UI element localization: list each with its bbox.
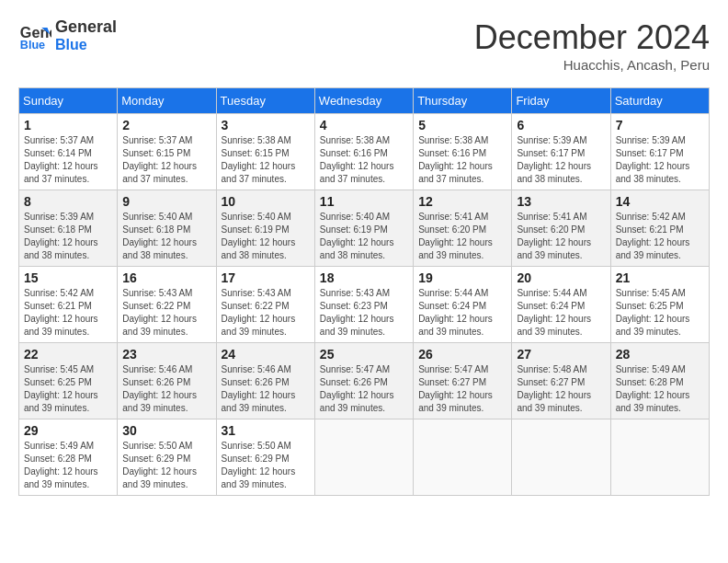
- day-detail: Sunrise: 5:46 AMSunset: 6:26 PMDaylight:…: [222, 364, 296, 413]
- day-number: 1: [24, 118, 112, 132]
- table-row: 25Sunrise: 5:47 AMSunset: 6:26 PMDayligh…: [314, 343, 413, 419]
- table-row: 3Sunrise: 5:38 AMSunset: 6:15 PMDaylight…: [216, 114, 314, 190]
- table-row: 20Sunrise: 5:44 AMSunset: 6:24 PMDayligh…: [512, 267, 610, 343]
- col-friday: Friday: [512, 88, 610, 114]
- day-number: 23: [122, 347, 210, 362]
- table-row: 4Sunrise: 5:38 AMSunset: 6:16 PMDaylight…: [314, 114, 413, 190]
- table-row: 1Sunrise: 5:37 AMSunset: 6:14 PMDaylight…: [19, 114, 118, 190]
- table-row: 12Sunrise: 5:41 AMSunset: 6:20 PMDayligh…: [414, 190, 512, 267]
- day-number: 3: [222, 118, 310, 132]
- table-row: [512, 419, 610, 496]
- day-detail: Sunrise: 5:45 AMSunset: 6:25 PMDaylight:…: [24, 364, 98, 413]
- day-detail: Sunrise: 5:47 AMSunset: 6:26 PMDaylight:…: [320, 364, 394, 413]
- day-detail: Sunrise: 5:43 AMSunset: 6:22 PMDaylight:…: [122, 288, 197, 337]
- table-row: 16Sunrise: 5:43 AMSunset: 6:22 PMDayligh…: [118, 267, 216, 343]
- table-row: 24Sunrise: 5:46 AMSunset: 6:26 PMDayligh…: [216, 343, 314, 419]
- day-number: 2: [122, 118, 210, 132]
- location-subtitle: Huacchis, Ancash, Peru: [474, 57, 710, 73]
- day-detail: Sunrise: 5:37 AMSunset: 6:15 PMDaylight:…: [122, 135, 197, 184]
- table-row: 19Sunrise: 5:44 AMSunset: 6:24 PMDayligh…: [414, 267, 512, 343]
- col-monday: Monday: [118, 88, 216, 114]
- day-number: 16: [122, 270, 210, 285]
- day-number: 12: [418, 194, 506, 209]
- page-header: General Blue General Blue December 2024 …: [18, 18, 710, 73]
- table-row: 30Sunrise: 5:50 AMSunset: 6:29 PMDayligh…: [118, 419, 216, 496]
- day-detail: Sunrise: 5:39 AMSunset: 6:17 PMDaylight:…: [517, 135, 591, 184]
- table-row: 15Sunrise: 5:42 AMSunset: 6:21 PMDayligh…: [19, 267, 118, 343]
- day-detail: Sunrise: 5:49 AMSunset: 6:28 PMDaylight:…: [24, 441, 98, 489]
- day-number: 15: [24, 270, 112, 285]
- table-row: [314, 419, 413, 496]
- day-number: 19: [418, 270, 506, 285]
- table-row: 2Sunrise: 5:37 AMSunset: 6:15 PMDaylight…: [118, 114, 216, 190]
- table-row: 6Sunrise: 5:39 AMSunset: 6:17 PMDaylight…: [512, 114, 610, 190]
- calendar-week-row: 15Sunrise: 5:42 AMSunset: 6:21 PMDayligh…: [19, 267, 710, 343]
- table-row: [414, 419, 512, 496]
- day-number: 21: [616, 270, 704, 285]
- table-row: 27Sunrise: 5:48 AMSunset: 6:27 PMDayligh…: [512, 343, 610, 419]
- table-row: 28Sunrise: 5:49 AMSunset: 6:28 PMDayligh…: [610, 343, 709, 419]
- day-number: 31: [222, 423, 310, 438]
- table-row: 5Sunrise: 5:38 AMSunset: 6:16 PMDaylight…: [414, 114, 512, 190]
- day-detail: Sunrise: 5:46 AMSunset: 6:26 PMDaylight:…: [122, 364, 197, 413]
- month-title: December 2024: [474, 18, 710, 57]
- logo-icon: General Blue: [18, 19, 51, 52]
- col-saturday: Saturday: [610, 88, 709, 114]
- table-row: 21Sunrise: 5:45 AMSunset: 6:25 PMDayligh…: [610, 267, 709, 343]
- day-detail: Sunrise: 5:44 AMSunset: 6:24 PMDaylight:…: [517, 288, 591, 337]
- day-number: 30: [122, 423, 210, 438]
- day-number: 8: [24, 194, 112, 209]
- day-number: 14: [616, 194, 704, 209]
- calendar-week-row: 29Sunrise: 5:49 AMSunset: 6:28 PMDayligh…: [19, 419, 710, 496]
- table-row: [610, 419, 709, 496]
- day-number: 6: [517, 118, 605, 132]
- day-number: 17: [222, 270, 310, 285]
- day-number: 29: [24, 423, 112, 438]
- day-detail: Sunrise: 5:50 AMSunset: 6:29 PMDaylight:…: [222, 441, 296, 489]
- calendar-week-row: 8Sunrise: 5:39 AMSunset: 6:18 PMDaylight…: [19, 190, 710, 267]
- table-row: 11Sunrise: 5:40 AMSunset: 6:19 PMDayligh…: [314, 190, 413, 267]
- table-row: 26Sunrise: 5:47 AMSunset: 6:27 PMDayligh…: [414, 343, 512, 419]
- day-number: 13: [517, 194, 605, 209]
- day-detail: Sunrise: 5:44 AMSunset: 6:24 PMDaylight:…: [418, 288, 493, 337]
- day-number: 20: [517, 270, 605, 285]
- day-detail: Sunrise: 5:41 AMSunset: 6:20 PMDaylight:…: [517, 212, 591, 260]
- table-row: 18Sunrise: 5:43 AMSunset: 6:23 PMDayligh…: [314, 267, 413, 343]
- day-detail: Sunrise: 5:41 AMSunset: 6:20 PMDaylight:…: [418, 212, 493, 260]
- calendar-week-row: 22Sunrise: 5:45 AMSunset: 6:25 PMDayligh…: [19, 343, 710, 419]
- day-number: 18: [320, 270, 408, 285]
- table-row: 7Sunrise: 5:39 AMSunset: 6:17 PMDaylight…: [610, 114, 709, 190]
- calendar-table: Sunday Monday Tuesday Wednesday Thursday…: [18, 87, 710, 496]
- table-row: 23Sunrise: 5:46 AMSunset: 6:26 PMDayligh…: [118, 343, 216, 419]
- table-row: 31Sunrise: 5:50 AMSunset: 6:29 PMDayligh…: [216, 419, 314, 496]
- logo-general: General: [55, 18, 117, 37]
- day-number: 27: [517, 347, 605, 362]
- col-sunday: Sunday: [19, 88, 118, 114]
- day-detail: Sunrise: 5:40 AMSunset: 6:19 PMDaylight:…: [222, 212, 296, 260]
- day-detail: Sunrise: 5:38 AMSunset: 6:15 PMDaylight:…: [222, 135, 296, 184]
- day-number: 26: [418, 347, 506, 362]
- table-row: 17Sunrise: 5:43 AMSunset: 6:22 PMDayligh…: [216, 267, 314, 343]
- title-block: December 2024 Huacchis, Ancash, Peru: [474, 18, 710, 73]
- calendar-header-row: Sunday Monday Tuesday Wednesday Thursday…: [19, 88, 710, 114]
- day-detail: Sunrise: 5:42 AMSunset: 6:21 PMDaylight:…: [616, 212, 690, 260]
- day-detail: Sunrise: 5:37 AMSunset: 6:14 PMDaylight:…: [24, 135, 98, 184]
- table-row: 13Sunrise: 5:41 AMSunset: 6:20 PMDayligh…: [512, 190, 610, 267]
- table-row: 14Sunrise: 5:42 AMSunset: 6:21 PMDayligh…: [610, 190, 709, 267]
- col-tuesday: Tuesday: [216, 88, 314, 114]
- day-detail: Sunrise: 5:45 AMSunset: 6:25 PMDaylight:…: [616, 288, 690, 337]
- col-wednesday: Wednesday: [314, 88, 413, 114]
- table-row: 10Sunrise: 5:40 AMSunset: 6:19 PMDayligh…: [216, 190, 314, 267]
- day-number: 5: [418, 118, 506, 132]
- table-row: 29Sunrise: 5:49 AMSunset: 6:28 PMDayligh…: [19, 419, 118, 496]
- table-row: 9Sunrise: 5:40 AMSunset: 6:18 PMDaylight…: [118, 190, 216, 267]
- logo: General Blue General Blue: [18, 18, 117, 52]
- calendar-week-row: 1Sunrise: 5:37 AMSunset: 6:14 PMDaylight…: [19, 114, 710, 190]
- svg-text:General: General: [20, 23, 51, 40]
- day-detail: Sunrise: 5:43 AMSunset: 6:22 PMDaylight:…: [222, 288, 296, 337]
- col-thursday: Thursday: [414, 88, 512, 114]
- day-detail: Sunrise: 5:40 AMSunset: 6:18 PMDaylight:…: [122, 212, 197, 260]
- day-number: 4: [320, 118, 408, 132]
- day-number: 10: [222, 194, 310, 209]
- day-detail: Sunrise: 5:38 AMSunset: 6:16 PMDaylight:…: [320, 135, 394, 184]
